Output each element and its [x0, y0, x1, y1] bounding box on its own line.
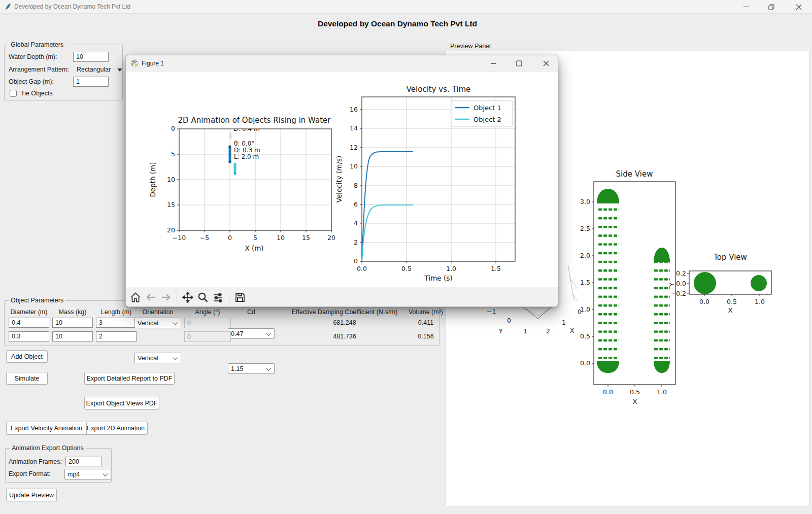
svg-text:3.0: 3.0	[580, 198, 590, 205]
velocity-plot: Velocity vs. Time 0.0 0.5 1.0 1.5 0 2 4 …	[335, 85, 515, 282]
figure-canvas[interactable]: 2D Animation of Objects Rising in Water …	[126, 72, 558, 287]
svg-text:0: 0	[354, 257, 358, 265]
save-icon[interactable]	[232, 290, 248, 305]
angle-input-row2	[184, 331, 231, 342]
col-header-angle: Angle (°)	[184, 309, 231, 316]
cd-select-row1[interactable]: 0.47	[228, 328, 275, 339]
zoom-icon[interactable]	[195, 290, 211, 305]
main-window-title: Developed by Ocean Dynamo Tech Pvt Ltd	[14, 3, 130, 10]
arrangement-dropdown-arrow-icon[interactable]	[117, 68, 122, 72]
diameter-input-row2[interactable]	[9, 331, 49, 341]
global-parameters-title: Global Parameters	[9, 41, 65, 48]
damping-value-row1: 681.248	[281, 319, 408, 326]
svg-text:1: 1	[523, 327, 527, 335]
export-detailed-report-button[interactable]: Export Detailed Report to PDF	[84, 372, 175, 385]
export-velocity-animation-button[interactable]: Export Velocity Animation	[6, 422, 87, 435]
svg-text:20: 20	[327, 234, 335, 242]
svg-text:1.0: 1.0	[446, 265, 456, 272]
side-view-xlabel: X	[633, 398, 637, 405]
animation-frames-input[interactable]	[65, 457, 102, 466]
side-view-title: Side View	[616, 169, 653, 179]
top-view-ylabel: Y	[668, 283, 675, 287]
svg-text:0: 0	[507, 317, 511, 324]
cd-select-row2[interactable]: 1.15	[228, 363, 275, 374]
add-object-button[interactable]: Add Object	[6, 350, 48, 363]
main-titlebar: Developed by Ocean Dynamo Tech Pvt Ltd	[0, 0, 812, 14]
figure-titlebar[interactable]: Figure 1	[126, 55, 558, 72]
preview-panel-label: Preview Panel	[449, 43, 492, 50]
svg-text:2.0: 2.0	[580, 252, 590, 259]
mass-input-row1[interactable]	[52, 318, 93, 328]
matplotlib-icon	[130, 59, 139, 70]
object-gap-input[interactable]	[73, 77, 109, 87]
top-view-object-1	[694, 272, 716, 294]
orientation-select-row1[interactable]: Vertical	[134, 318, 181, 328]
velocity-plot-title: Velocity vs. Time	[407, 85, 471, 94]
svg-text:0.5: 0.5	[580, 332, 590, 340]
animation-ytick-marks	[177, 129, 179, 230]
svg-text:1.5: 1.5	[580, 279, 590, 286]
export-2d-animation-button[interactable]: Export 2D Animation	[84, 422, 148, 435]
figure-window[interactable]: Figure 1 2D Animation of Objects Rising …	[125, 55, 558, 307]
mass-input-row2[interactable]	[52, 331, 93, 341]
svg-text:2.5: 2.5	[580, 225, 590, 232]
svg-text:1.0: 1.0	[657, 388, 667, 396]
svg-text:0.0: 0.0	[603, 388, 613, 396]
svg-text:15: 15	[302, 234, 310, 242]
velocity-ytick-labels: 0 2 4 6 8 10 12 14 16	[350, 106, 358, 265]
svg-text:10: 10	[167, 176, 175, 183]
global-parameters-group: Global Parameters Water Depth (m): Arran…	[4, 45, 123, 100]
simulate-button[interactable]: Simulate	[6, 372, 48, 385]
export-format-select[interactable]: mp4	[64, 469, 111, 479]
svg-text:0: 0	[228, 234, 232, 242]
svg-text:0.0: 0.0	[676, 280, 686, 287]
export-object-views-button[interactable]: Export Object Views PDF	[84, 397, 159, 409]
top-view-title: Top View	[713, 253, 747, 262]
svg-text:1.5: 1.5	[491, 265, 501, 272]
figure-close-button[interactable]	[533, 55, 558, 72]
svg-text:0.0: 0.0	[580, 359, 590, 367]
svg-text:5: 5	[171, 150, 175, 158]
update-preview-button[interactable]: Update Preview	[6, 489, 57, 501]
length-input-row2[interactable]	[96, 331, 137, 341]
top-view-object-2	[751, 275, 767, 291]
svg-text:5: 5	[253, 234, 257, 242]
forward-icon[interactable]	[158, 290, 174, 305]
length-input-row1[interactable]	[96, 318, 137, 328]
top-view-xlabel: X	[728, 306, 733, 314]
configure-subplots-icon[interactable]	[211, 290, 226, 305]
chevron-down-icon	[103, 471, 108, 476]
main-minimize-button[interactable]	[735, 0, 757, 14]
animation-xtick-labels: −10 −5 0 5 10 15 20	[173, 234, 335, 242]
svg-text:10: 10	[350, 162, 358, 170]
object-parameters-group: Object Parameters Diameter (m) Mass (kg)…	[4, 300, 439, 346]
figure-minimize-button[interactable]	[481, 55, 505, 72]
diameter-input-row1[interactable]	[9, 318, 49, 328]
animation-ylabel: Depth (m)	[149, 162, 157, 197]
main-restore-button[interactable]	[760, 0, 783, 14]
pan-icon[interactable]	[180, 290, 195, 305]
arrangement-pattern-label: Arrangement Pattern:	[9, 66, 70, 73]
animation-xtick-marks	[179, 230, 331, 232]
figure-maximize-button[interactable]	[507, 55, 531, 72]
animation-export-group: Animation Export Options Animation Frame…	[5, 448, 112, 483]
animation-export-title: Animation Export Options	[10, 444, 86, 452]
water-depth-label: Water Depth (m):	[9, 53, 57, 60]
col-header-length: Length (m)	[96, 309, 137, 316]
top-view-xtick-labels: 0.0 0.5 1.0	[699, 298, 765, 305]
main-close-button[interactable]	[787, 0, 811, 14]
tie-objects-checkbox[interactable]	[10, 90, 17, 97]
side-view-xtick-labels: 0.0 0.5 1.0	[603, 388, 667, 396]
animation-xlabel: X (m)	[245, 244, 263, 252]
arrangement-pattern-value[interactable]: Rectangular	[77, 66, 111, 73]
animation-plot-title: 2D Animation of Objects Rising in Water	[178, 116, 331, 125]
orientation-select-row2[interactable]: Vertical	[134, 353, 181, 363]
home-icon[interactable]	[128, 290, 143, 305]
angle-input-row1	[184, 318, 231, 328]
top-view-plot: Top View 0.2 0.0 −0.2 Y 0.0 0.5 1.0 X	[668, 253, 771, 314]
svg-text:0.0: 0.0	[699, 298, 709, 305]
back-icon[interactable]	[143, 290, 158, 305]
water-depth-input[interactable]	[73, 52, 109, 62]
col-header-mass: Mass (kg)	[52, 309, 93, 316]
svg-text:−1: −1	[487, 307, 496, 315]
